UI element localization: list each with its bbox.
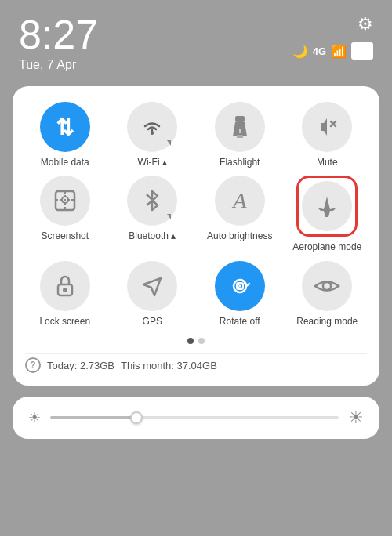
time-display: 8:27 [19,14,98,55]
brightness-fill [50,416,136,419]
month-usage: This month: 37.04GB [121,360,217,371]
svg-point-17 [323,282,331,290]
aeroplane-highlight [296,176,358,237]
gps-icon [140,273,164,299]
rotate-icon [227,273,252,299]
data-usage-bar: ? Today: 2.73GB This month: 37.04GB [25,353,367,373]
tile-flashlight: Flashlight [200,102,280,168]
tile-bluetooth: Bluetooth ▴ [113,176,193,252]
battery-indicator: 97 [351,42,373,60]
bluetooth-label: Bluetooth ▴ [129,230,176,241]
gps-label: GPS [143,316,162,327]
eye-icon [314,276,340,296]
mute-button[interactable] [302,102,352,152]
signal-4g-icon: 4G [313,45,326,57]
tile-aeroplane-mode: Aeroplane mode [288,176,368,252]
svg-rect-3 [237,135,243,138]
svg-point-0 [151,132,154,135]
wifi-indicator [167,140,171,146]
bluetooth-icon [143,188,162,213]
lock-screen-label: Lock screen [39,316,90,327]
brightness-bar: ☀ ☀ [13,397,379,439]
signal-bars-icon: 📶 [331,44,347,59]
mute-label: Mute [317,157,338,168]
wifi-icon [140,116,164,138]
auto-brightness-icon: A [233,188,246,213]
tile-wifi: Wi-Fi ▴ [113,102,193,168]
brightness-track[interactable] [50,416,339,419]
page-dots [25,338,367,344]
reading-mode-label: Reading mode [296,316,358,327]
flashlight-button[interactable] [215,102,265,152]
tile-lock-screen: Lock screen [25,261,105,327]
tile-mobile-data: ⇅ Mobile data [25,102,105,168]
svg-rect-1 [235,116,245,122]
page-dot-1[interactable] [187,338,194,344]
auto-brightness-button[interactable]: A [215,176,265,226]
screenshot-label: Screenshot [41,230,89,241]
data-help-icon[interactable]: ? [25,357,41,373]
quick-panel: ⇅ Mobile data Wi-Fi ▴ [13,86,379,386]
gps-button[interactable] [127,261,177,311]
brightness-low-icon: ☀ [28,409,41,426]
aeroplane-mode-button[interactable] [302,181,352,231]
wifi-button[interactable] [127,102,177,152]
lock-screen-button[interactable] [40,261,90,311]
date-display: Tue, 7 Apr [19,58,98,72]
aeroplane-mode-label: Aeroplane mode [292,241,361,252]
brightness-thumb[interactable] [130,411,143,424]
status-icons: 🌙 4G 📶 97 [292,42,373,60]
svg-point-12 [63,288,67,292]
reading-mode-button[interactable] [302,261,352,311]
auto-brightness-label: Auto brightness [207,230,272,241]
mobile-data-label: Mobile data [41,157,89,168]
moon-icon: 🌙 [292,44,308,59]
page-dot-2[interactable] [198,338,205,344]
screenshot-button[interactable] [40,176,90,226]
flashlight-label: Flashlight [220,157,260,168]
settings-icon[interactable]: ⚙ [358,14,373,34]
tiles-grid: ⇅ Mobile data Wi-Fi ▴ [25,102,367,327]
plane-icon [314,194,339,219]
screenshot-icon [53,188,78,213]
bluetooth-button[interactable] [127,176,177,226]
tile-gps: GPS [113,261,193,327]
wifi-label: Wi-Fi ▴ [138,157,167,168]
brightness-high-icon: ☀ [348,407,364,428]
mobile-data-icon: ⇅ [56,114,74,140]
rotate-off-label: Rotate off [220,316,260,327]
mute-icon [316,115,338,139]
flashlight-icon [228,114,252,139]
bluetooth-indicator [167,214,171,219]
lock-icon [54,273,76,299]
tile-rotate-off: Rotate off [200,261,280,327]
today-usage: Today: 2.73GB [47,360,114,371]
tile-auto-brightness: A Auto brightness [200,176,280,252]
tile-reading-mode: Reading mode [288,261,368,327]
tile-mute: Mute [288,102,368,168]
status-bar: 8:27 Tue, 7 Apr ⚙ 🌙 4G 📶 97 [0,0,392,78]
rotate-off-button[interactable] [215,261,265,311]
tile-screenshot: Screenshot [25,176,105,252]
mobile-data-button[interactable]: ⇅ [40,102,90,152]
